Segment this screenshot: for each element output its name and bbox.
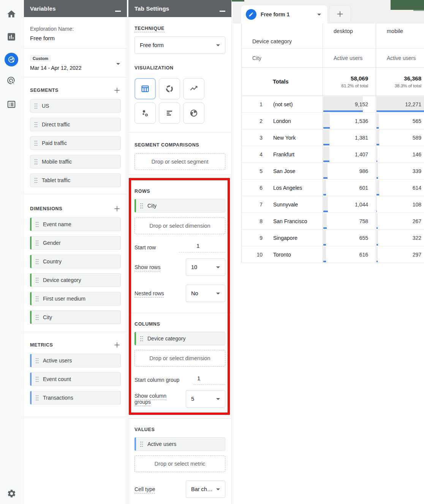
cell-value: 1,044	[355, 202, 368, 208]
home-icon[interactable]	[0, 9, 23, 19]
value-cell-mobile[interactable]: 267	[376, 213, 424, 229]
cell-bar-background	[377, 146, 377, 161]
drag-handle-icon	[35, 277, 39, 283]
value-cell-desktop[interactable]: 1,407	[323, 146, 376, 162]
values-metric-chip[interactable]: Active users	[134, 437, 225, 451]
metric-chip[interactable]: Transactions	[30, 391, 121, 405]
viz-bar-chart-icon[interactable]	[159, 102, 180, 124]
show-column-groups-label: Show column groups	[134, 393, 173, 405]
row-label-cell[interactable]: 9Singapore	[242, 230, 323, 246]
technique-select[interactable]: Free form	[134, 36, 225, 54]
drag-handle-icon	[34, 159, 38, 165]
row-label-cell[interactable]: 3New York	[242, 129, 323, 146]
row-label-cell[interactable]: 5San Jose	[242, 163, 323, 179]
tab-settings-minimize-button[interactable]	[220, 11, 225, 12]
value-cell-mobile[interactable]: 322	[376, 230, 424, 246]
dimension-chip[interactable]: Gender	[30, 236, 121, 250]
variables-minimize-button[interactable]	[115, 11, 121, 12]
start-row-input[interactable]: 1	[179, 243, 225, 252]
row-label-cell[interactable]: 1(not set)	[242, 96, 323, 112]
advertising-icon[interactable]	[0, 76, 23, 86]
row-label-cell[interactable]: 2London	[242, 113, 323, 129]
viz-geo-map-icon[interactable]	[183, 102, 204, 124]
value-cell-desktop[interactable]: 616	[323, 246, 376, 263]
value-cell-mobile[interactable]: 146	[376, 146, 424, 162]
row-label-cell[interactable]: 10Toronto	[242, 246, 323, 263]
value-cell-mobile[interactable]: 565	[376, 113, 424, 129]
exploration-name-value[interactable]: Free form	[30, 35, 121, 41]
viz-table-icon[interactable]	[134, 78, 156, 99]
cell-type-select[interactable]: Bar ch…	[186, 480, 225, 498]
value-cell-mobile[interactable]: 12,271	[376, 96, 424, 112]
date-range-picker[interactable]: Custom Mar 14 - Apr 12, 2022	[24, 49, 127, 77]
row-rank: 2	[242, 118, 263, 124]
row-rank: 5	[242, 168, 263, 174]
add-metric-button[interactable]	[113, 341, 121, 349]
segment-chip[interactable]: Direct traffic	[30, 118, 121, 131]
dimension-chip[interactable]: Event name	[30, 217, 121, 231]
dimension-chip[interactable]: City	[30, 310, 121, 324]
value-cell-desktop[interactable]: 758	[323, 213, 376, 229]
dimension-chip[interactable]: Device category	[30, 273, 121, 287]
explore-icon[interactable]	[0, 53, 23, 66]
value-cell-desktop[interactable]: 986	[323, 163, 376, 179]
tab-settings-header: Tab Settings	[128, 0, 231, 17]
dimension-chip[interactable]: First user medium	[30, 292, 121, 306]
nested-rows-select[interactable]: No	[186, 285, 225, 302]
add-tab-button[interactable]	[329, 5, 351, 23]
cell-bar	[323, 127, 330, 129]
rows-dropzone[interactable]: Drop or select dimension	[134, 217, 225, 234]
value-cell-mobile[interactable]: 589	[376, 129, 424, 146]
value-cell-desktop[interactable]: 9,152	[323, 96, 376, 112]
dimension-chip[interactable]: Country	[30, 255, 121, 268]
viz-scatter-plot-icon[interactable]	[134, 102, 156, 124]
settings-gear-icon[interactable]	[0, 489, 23, 498]
add-dimension-button[interactable]	[113, 205, 121, 213]
row-label-cell[interactable]: 7Sunnyvale	[242, 196, 323, 213]
library-icon[interactable]	[0, 99, 23, 109]
value-cell-mobile[interactable]: 297	[376, 246, 424, 263]
metric-chip-label: Active users	[43, 358, 72, 364]
segment-chip[interactable]: Paid traffic	[30, 136, 121, 150]
show-rows-label: Show rows	[134, 264, 160, 270]
drag-handle-icon	[34, 177, 38, 183]
add-segment-button[interactable]	[113, 87, 121, 94]
cell-bar	[323, 211, 328, 212]
columns-dimension-chip[interactable]: Device category	[134, 332, 225, 345]
table-row: 3New York1,381589	[242, 129, 424, 146]
tab-free-form-1[interactable]: Free form 1	[241, 5, 327, 24]
viz-line-chart-icon[interactable]	[183, 78, 204, 99]
start-column-group-input[interactable]: 1	[193, 375, 225, 385]
show-column-groups-select[interactable]: 5	[186, 390, 225, 408]
value-cell-desktop[interactable]: 1,536	[323, 113, 376, 129]
show-rows-select[interactable]: 10	[186, 258, 225, 276]
viz-donut-chart-icon[interactable]	[159, 78, 180, 99]
rows-dimension-chip[interactable]: City	[134, 199, 225, 213]
value-cell-mobile[interactable]: 614	[376, 180, 424, 196]
segment-chip[interactable]: Mobile traffic	[30, 155, 121, 169]
tab-caret-icon[interactable]	[317, 14, 321, 16]
reports-icon[interactable]	[0, 32, 23, 42]
metric-chip[interactable]: Active users	[30, 354, 121, 367]
value-cell-desktop[interactable]: 601	[323, 180, 376, 196]
row-label-cell[interactable]: 8San Francisco	[242, 213, 323, 229]
row-label-cell[interactable]: 6Los Angeles	[242, 180, 323, 196]
value-cell-desktop[interactable]: 1,044	[323, 196, 376, 213]
columns-dropzone[interactable]: Drop or select dimension	[134, 350, 225, 367]
row-label-cell[interactable]: 4Frankfurt	[242, 146, 323, 162]
value-cell-desktop[interactable]: 1,381	[323, 129, 376, 146]
cell-value: 1,381	[355, 135, 368, 141]
cell-bar-background	[377, 130, 379, 144]
table-row: 7Sunnyvale1,044108	[242, 196, 424, 213]
segment-chip[interactable]: US	[30, 99, 121, 113]
value-cell-mobile[interactable]: 108	[376, 196, 424, 213]
rows-dimension-chip-label: City	[147, 203, 157, 209]
date-caret-icon	[116, 63, 120, 65]
value-cell-desktop[interactable]: 655	[323, 230, 376, 246]
values-dropzone[interactable]: Drop or select metric	[134, 455, 225, 472]
segment-chip[interactable]: Tablet traffic	[30, 173, 121, 187]
segment-comparisons-dropzone[interactable]: Drop or select segment	[134, 153, 225, 170]
metric-chip[interactable]: Event count	[30, 372, 121, 386]
show-column-groups-value: 5	[191, 396, 194, 402]
value-cell-mobile[interactable]: 339	[376, 163, 424, 179]
